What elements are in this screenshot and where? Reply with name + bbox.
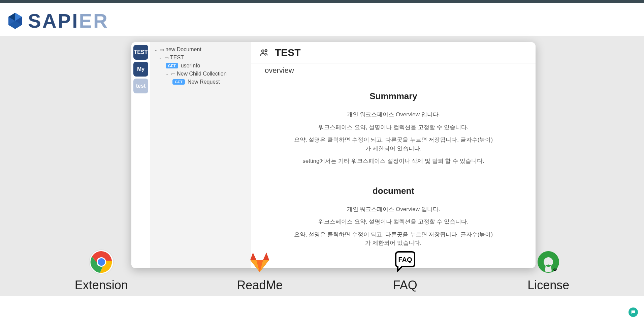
method-badge-get: GET [172, 79, 185, 85]
link-label: FAQ [393, 278, 417, 292]
faq-icon: FAQ [392, 248, 419, 275]
tab-test2[interactable]: test [133, 79, 148, 93]
document-heading: document [292, 186, 495, 196]
document-text: 요약, 설명은 클릭하면 수정이 되고, 다른곳을 누르면 저장됩니다. 글자수… [292, 230, 495, 247]
summary-heading: Summmary [292, 91, 495, 101]
logo-row: SAPIER [0, 3, 644, 36]
tree-label: new Document [165, 47, 201, 53]
svg-text:R: R [554, 269, 556, 271]
link-label: License [527, 278, 569, 292]
chat-float-button[interactable] [629, 307, 638, 317]
tree-label: New Request [188, 79, 220, 85]
team-icon [259, 48, 269, 57]
chevron-down-icon: ⌄ [154, 48, 158, 52]
sapier-logo-text: SAPIER [28, 9, 109, 32]
summary-text: 워크스페이스 요약, 설명이나 컬렉션을 고정할 수 있습니다. [292, 123, 495, 132]
tree-panel: ⌄ ▭ new Document ⌄ ▭ TEST GET userInfo ⌄… [150, 42, 251, 268]
tab-test[interactable]: TEST [133, 45, 148, 60]
tree-label: userInfo [181, 63, 200, 69]
tree-label: TEST [170, 55, 184, 61]
summary-text: setting에서는 기타 워크스페이스 설정이나 삭제 및 탈퇴 할 수 있습… [292, 157, 495, 166]
tree-request-userinfo[interactable]: GET userInfo [153, 62, 249, 70]
folder-icon: ▭ [160, 47, 164, 52]
tab-my[interactable]: My [133, 62, 148, 77]
tree-request-new[interactable]: GET New Request [153, 78, 249, 86]
link-row: Extension ReadMe FAQ FAQ R Lice [0, 248, 644, 296]
sapier-logo-icon [5, 11, 25, 31]
chrome-icon [88, 248, 115, 275]
method-badge-get: GET [166, 63, 178, 68]
workspace-card: TEST My test ⌄ ▭ new Document ⌄ ▭ TEST G… [131, 42, 536, 268]
sidebar-tabs: TEST My test [131, 42, 150, 268]
opensource-icon: R [535, 248, 562, 275]
tree-doc-test[interactable]: ⌄ ▭ TEST [153, 54, 249, 62]
chevron-down-icon: ⌄ [159, 56, 163, 60]
summary-text: 요약, 설명은 클릭하면 수정이 되고, 다른곳을 누르면 저장됩니다. 글자수… [292, 136, 495, 153]
chat-icon [631, 310, 636, 315]
chevron-down-icon: ⌄ [166, 72, 170, 76]
top-bar [0, 0, 644, 3]
svg-point-6 [265, 50, 267, 52]
svg-point-9 [98, 258, 105, 266]
folder-icon: ▭ [171, 71, 175, 77]
content-subtitle: overview [251, 63, 536, 75]
link-label: Extension [75, 278, 128, 292]
workspace-title: TEST [275, 47, 301, 58]
summary-text: 개인 워크스페이스 Overview 입니다. [292, 110, 495, 119]
svg-point-5 [262, 50, 264, 52]
link-faq[interactable]: FAQ FAQ [392, 248, 419, 292]
main-area: TEST My test ⌄ ▭ new Document ⌄ ▭ TEST G… [0, 36, 644, 296]
document-text: 워크스페이스 요약, 설명이나 컬렉션을 고정할 수 있습니다. [292, 217, 495, 226]
gitlab-icon [246, 248, 273, 275]
tree-doc-new[interactable]: ⌄ ▭ new Document [153, 46, 249, 54]
link-extension[interactable]: Extension [75, 248, 128, 292]
content-body: Summmary 개인 워크스페이스 Overview 입니다. 워크스페이스 … [251, 75, 536, 268]
link-license[interactable]: R License [527, 248, 569, 292]
svg-text:FAQ: FAQ [398, 256, 412, 263]
link-label: ReadMe [237, 278, 283, 292]
content-panel: TEST overview Summmary 개인 워크스페이스 Overvie… [251, 42, 536, 268]
link-readme[interactable]: ReadMe [237, 248, 283, 292]
tree-label: New Child Collection [177, 71, 227, 77]
folder-icon: ▭ [164, 55, 169, 60]
tree-collection-child[interactable]: ⌄ ▭ New Child Collection [153, 70, 249, 78]
content-header: TEST [251, 42, 536, 63]
document-text: 개인 워크스페이스 Overview 입니다. [292, 205, 495, 214]
